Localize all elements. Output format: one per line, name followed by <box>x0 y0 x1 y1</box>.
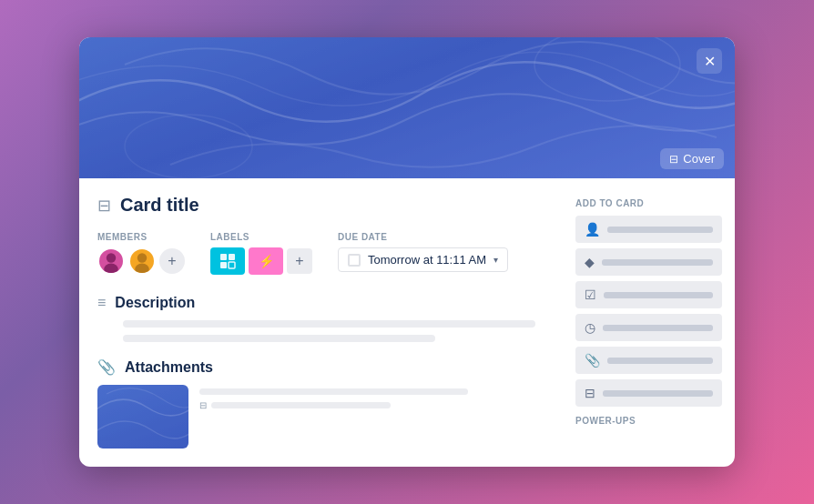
sidebar-btn-cover[interactable]: ⊟ <box>575 379 722 407</box>
due-date-group: DUE DATE Tomorrow at 11:11 AM ▾ <box>338 232 508 272</box>
card-title-row: ⊟ Card title <box>97 195 557 216</box>
meta-row: MEMBERS <box>97 232 557 275</box>
card-modal: ✕ ⊟ Cover ⊟ Card title MEMBERS <box>79 37 735 467</box>
checklist-icon: ☑ <box>585 287 596 302</box>
cover-label: Cover <box>683 152 715 166</box>
sidebar-btn-bar-6 <box>603 390 713 397</box>
cover-icon: ⊟ <box>669 153 678 166</box>
add-to-card-label: ADD TO CARD <box>575 198 722 208</box>
add-label-button[interactable]: + <box>287 248 312 274</box>
label-chip-pink[interactable]: ⚡ <box>249 247 283 275</box>
attachment-info-row: ⊟ <box>199 400 557 410</box>
desc-line-2 <box>123 335 435 342</box>
main-content: ⊟ Card title MEMBERS <box>79 178 575 467</box>
members-icon: 👤 <box>585 222 600 237</box>
due-date-label: DUE DATE <box>338 232 508 242</box>
attachments-section: 📎 Attachments ⊟ <box>97 358 557 449</box>
sidebar-btn-bar-2 <box>602 259 713 266</box>
svg-point-3 <box>107 253 116 262</box>
due-date-button[interactable]: Tomorrow at 11:11 AM ▾ <box>338 247 508 272</box>
labels-group: LABELS ⚡ + <box>210 232 312 275</box>
members-group: MEMBERS <box>97 232 185 275</box>
svg-rect-11 <box>229 262 235 268</box>
label-icon-pink: ⚡ <box>259 254 274 268</box>
due-date-value: Tomorrow at 11:11 AM <box>368 253 486 267</box>
svg-point-0 <box>534 37 680 101</box>
due-date-checkbox[interactable] <box>348 254 361 267</box>
modal-body: ⊟ Card title MEMBERS <box>79 178 735 467</box>
sidebar-btn-attachment[interactable]: 📎 <box>575 347 722 374</box>
sidebar-btn-members[interactable]: 👤 <box>575 216 722 243</box>
svg-rect-9 <box>229 254 235 260</box>
attachment-icon: 📎 <box>97 358 116 376</box>
card-icon: ⊟ <box>97 196 111 216</box>
sidebar-btn-dates[interactable]: ◷ <box>575 314 722 341</box>
sidebar-btn-bar-4 <box>603 325 713 331</box>
attachment-meta: ⊟ <box>199 385 557 410</box>
description-placeholder <box>97 320 557 342</box>
attachment-sub-icon: ⊟ <box>199 400 207 410</box>
members-content: + <box>97 247 185 275</box>
add-member-button[interactable]: + <box>159 248 185 274</box>
chevron-down-icon: ▾ <box>493 255 498 265</box>
attachment-name-bar <box>199 388 468 395</box>
description-icon: ≡ <box>97 295 106 311</box>
dates-icon: ◷ <box>585 320 595 335</box>
avatar-2 <box>128 247 156 275</box>
label-icon: ◆ <box>585 255 595 269</box>
card-title: Card title <box>120 195 199 216</box>
cover-btn-icon: ⊟ <box>585 386 595 400</box>
attachments-title: Attachments <box>125 359 213 376</box>
desc-line-1 <box>123 320 535 328</box>
card-cover: ✕ ⊟ Cover <box>79 37 735 178</box>
avatar-1 <box>97 247 125 275</box>
members-label: MEMBERS <box>97 232 185 242</box>
labels-label: LABELS <box>210 232 312 242</box>
attachments-section-header: 📎 Attachments <box>97 358 557 376</box>
sidebar-btn-labels[interactable]: ◆ <box>575 248 722 276</box>
svg-point-6 <box>137 253 147 262</box>
cover-button[interactable]: ⊟ Cover <box>660 148 724 169</box>
svg-rect-8 <box>220 254 227 260</box>
attachment-sub-bar <box>211 402 391 408</box>
svg-rect-10 <box>220 262 227 268</box>
sidebar: ADD TO CARD 👤 ◆ ☑ ◷ 📎 ⊟ <box>575 178 735 467</box>
description-section-header: ≡ Description <box>97 295 557 311</box>
sidebar-btn-bar-3 <box>604 292 713 298</box>
sidebar-btn-bar-5 <box>607 358 713 364</box>
attachment-thumbnail <box>97 385 188 449</box>
description-title: Description <box>115 295 195 311</box>
close-button[interactable]: ✕ <box>697 48 722 74</box>
power-ups-label: POWER-UPS <box>575 416 722 426</box>
label-chip-cyan[interactable] <box>210 247 245 275</box>
due-date-content: Tomorrow at 11:11 AM ▾ <box>338 247 508 272</box>
attach-icon: 📎 <box>585 353 600 368</box>
sidebar-btn-bar-1 <box>607 227 713 233</box>
labels-content: ⚡ + <box>210 247 312 275</box>
sidebar-btn-checklist[interactable]: ☑ <box>575 281 722 308</box>
attachment-item: ⊟ <box>97 385 557 449</box>
